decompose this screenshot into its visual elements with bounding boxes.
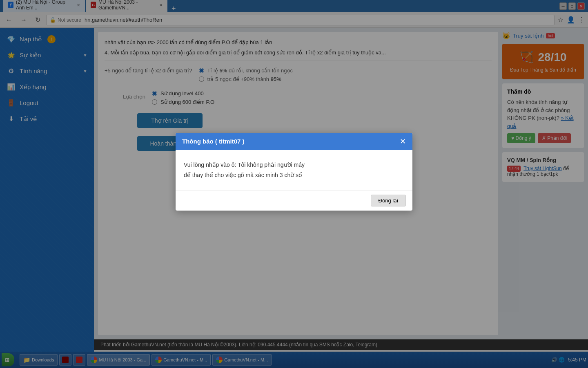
modal-header-close[interactable]: ✕ — [400, 137, 406, 146]
modal-body-line1: Vui lòng nhấp vào ô: Tôi không phải ngườ… — [184, 160, 404, 170]
modal-header: Thông báo ( titmit07 ) ✕ — [176, 133, 412, 150]
modal-body-line2: để thay thế cho việc gõ mã xác minh 3 ch… — [184, 170, 404, 180]
modal-body: Vui lòng nhấp vào ô: Tôi không phải ngườ… — [176, 150, 412, 190]
modal-dialog: Thông báo ( titmit07 ) ✕ Vui lòng nhấp v… — [176, 133, 412, 211]
modal-close-button[interactable]: Đóng lại — [371, 195, 406, 206]
modal-footer: Đóng lại — [176, 190, 412, 211]
modal-overlay[interactable]: Thông báo ( titmit07 ) ✕ Vui lòng nhấp v… — [0, 0, 588, 368]
modal-title: Thông báo ( titmit07 ) — [182, 138, 244, 145]
